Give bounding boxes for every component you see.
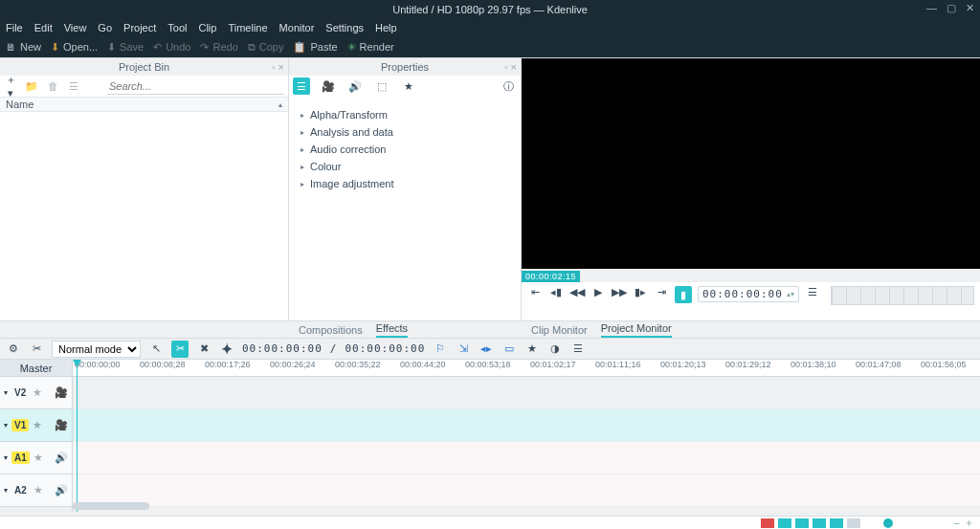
mon-forward-icon[interactable]: ▶▶ xyxy=(612,286,627,298)
razor-tool-button[interactable]: ✂ xyxy=(171,341,189,358)
zoom-out-icon[interactable]: − xyxy=(954,518,960,529)
effects-tree[interactable]: Alpha/Transform Analysis and data Audio … xyxy=(289,97,521,320)
video-effects-icon[interactable]: 🎥 xyxy=(320,77,337,95)
tab-clip-monitor[interactable]: Clip Monitor xyxy=(531,324,588,338)
add-clip-button[interactable]: ＋▾ xyxy=(4,73,17,99)
edit-mode-select[interactable]: Normal mode xyxy=(52,341,141,358)
new-button[interactable]: 🗎New xyxy=(6,41,41,53)
tab-project-monitor[interactable]: Project Monitor xyxy=(601,322,672,338)
tab-effects[interactable]: Effects xyxy=(376,322,408,338)
minimize-icon[interactable]: — xyxy=(926,2,937,14)
insert-icon[interactable]: ◂▸ xyxy=(479,342,494,355)
track-row-v1[interactable] xyxy=(73,409,980,442)
save-button[interactable]: ⬇Save xyxy=(107,41,144,54)
mon-step-fwd-icon[interactable]: ▮▸ xyxy=(633,286,648,298)
mon-end-icon[interactable]: ⇥ xyxy=(654,286,669,298)
open-button[interactable]: ⬇Open... xyxy=(51,41,98,54)
monitor-viewport[interactable]: 00:00:02:15 xyxy=(522,58,980,269)
status-chip[interactable] xyxy=(813,518,826,528)
sort-icon[interactable]: ▴ xyxy=(278,100,282,109)
status-chip-record[interactable] xyxy=(761,518,774,528)
zoom-slider-handle[interactable] xyxy=(883,518,893,528)
render-button[interactable]: ✳Render xyxy=(347,41,394,54)
timeline-ruler[interactable]: 00:00:00;00 00:00:08;28 00:00:17;26 00:0… xyxy=(73,360,980,377)
track-row-a1[interactable] xyxy=(73,442,980,474)
list-icon[interactable]: ☰ xyxy=(570,342,586,355)
favorite-effects-icon[interactable]: ★ xyxy=(400,77,417,95)
delete-clip-button[interactable]: 🗑 xyxy=(46,80,59,92)
track-row-a2[interactable] xyxy=(73,474,980,507)
panel-close-icon[interactable]: × xyxy=(511,61,517,73)
menu-edit[interactable]: Edit xyxy=(34,22,53,33)
maximize-icon[interactable]: ▢ xyxy=(947,2,956,14)
align-icon[interactable]: ⇲ xyxy=(456,342,471,355)
track-header-v1[interactable]: ▾ V1 ★ 🎥 xyxy=(0,409,72,442)
effects-cat[interactable]: Colour xyxy=(299,158,511,175)
track-header-a1[interactable]: ▾ A1 ★ 🔊 xyxy=(0,442,72,474)
panel-close-icon[interactable]: × xyxy=(278,61,284,73)
mute-icon[interactable]: ★ xyxy=(33,484,43,496)
status-chip[interactable] xyxy=(778,518,791,528)
menu-help[interactable]: Help xyxy=(375,22,397,33)
menu-monitor[interactable]: Monitor xyxy=(279,22,315,33)
mon-rewind-icon[interactable]: ◀◀ xyxy=(569,286,585,298)
bin-column-name[interactable]: Name xyxy=(6,99,33,110)
effects-cat[interactable]: Analysis and data xyxy=(299,123,511,141)
timeline-scrollbar[interactable] xyxy=(73,502,149,510)
mon-zone-button[interactable]: ▮ xyxy=(675,286,692,303)
timeline-body[interactable]: 00:00:00;00 00:00:08;28 00:00:17;26 00:0… xyxy=(73,360,980,512)
close-icon[interactable]: ✕ xyxy=(966,2,974,14)
overwrite-icon[interactable]: ▭ xyxy=(501,342,517,355)
spacer-tool-icon[interactable]: ✖ xyxy=(196,342,212,355)
preview-render-icon[interactable]: ◑ xyxy=(547,342,563,355)
collapse-icon[interactable]: ▾ xyxy=(4,421,8,430)
marker-icon[interactable]: ⚐ xyxy=(433,342,448,355)
bin-search-input[interactable] xyxy=(107,78,284,95)
paste-button[interactable]: 📋Paste xyxy=(293,41,337,54)
collapse-icon[interactable]: ▾ xyxy=(4,453,8,462)
collapse-icon[interactable]: ▾ xyxy=(4,388,8,397)
menu-settings[interactable]: Settings xyxy=(325,22,364,33)
menu-tool[interactable]: Tool xyxy=(167,22,187,33)
menu-go[interactable]: Go xyxy=(98,22,112,33)
menu-view[interactable]: View xyxy=(64,22,87,33)
master-track-header[interactable]: Master xyxy=(0,360,72,377)
menu-file[interactable]: File xyxy=(6,22,23,33)
custom-effects-icon[interactable]: ⬚ xyxy=(373,77,390,95)
playhead[interactable] xyxy=(77,360,78,512)
undock-icon[interactable]: ◦ xyxy=(272,61,276,73)
bin-options-button[interactable]: ☰ xyxy=(67,80,80,93)
undock-icon[interactable]: ◦ xyxy=(504,61,508,73)
select-tool-icon[interactable]: ↖ xyxy=(148,342,164,355)
mute-icon[interactable]: ★ xyxy=(33,452,43,464)
fit-zoom-icon[interactable]: ⯌ xyxy=(219,343,234,355)
mon-play-icon[interactable]: ▶ xyxy=(590,286,606,298)
audio-effects-icon[interactable]: 🔊 xyxy=(346,77,364,95)
mute-icon[interactable]: ★ xyxy=(33,419,42,431)
undo-button[interactable]: ↶Undo xyxy=(153,41,190,54)
add-folder-button[interactable]: 📁 xyxy=(25,80,38,93)
effects-cat[interactable]: Alpha/Transform xyxy=(299,106,511,123)
effects-info-icon[interactable]: ⓘ xyxy=(500,77,517,95)
status-chip[interactable] xyxy=(847,518,860,528)
tab-compositions[interactable]: Compositions xyxy=(299,324,363,338)
mon-step-back-icon[interactable]: ◂▮ xyxy=(548,286,564,298)
trim-icon[interactable]: ✂ xyxy=(29,342,44,355)
effects-main-button[interactable]: ☰ xyxy=(293,77,310,95)
mon-timecode-field[interactable]: 00:00:00:00▴▾ xyxy=(698,286,799,302)
track-row-v2[interactable] xyxy=(73,377,980,409)
speaker-icon[interactable]: 🔊 xyxy=(55,452,68,464)
menu-clip[interactable]: Clip xyxy=(198,22,216,33)
favorite-tool-icon[interactable]: ★ xyxy=(524,342,540,355)
effects-cat[interactable]: Image adjustment xyxy=(299,175,511,192)
zoom-in-icon[interactable]: ＋ xyxy=(964,516,974,529)
track-header-a2[interactable]: ▾ A2 ★ 🔊 xyxy=(0,474,72,507)
mute-icon[interactable]: ★ xyxy=(33,386,42,399)
track-header-v2[interactable]: ▾ V2 ★ 🎥 xyxy=(0,377,72,409)
effects-cat[interactable]: Audio correction xyxy=(299,141,511,158)
copy-button[interactable]: ⧉Copy xyxy=(248,41,284,54)
camera-icon[interactable]: 🎥 xyxy=(55,419,68,431)
mon-options-icon[interactable]: ☰ xyxy=(805,286,820,298)
speaker-icon[interactable]: 🔊 xyxy=(55,484,68,496)
menu-timeline[interactable]: Timeline xyxy=(228,22,267,33)
